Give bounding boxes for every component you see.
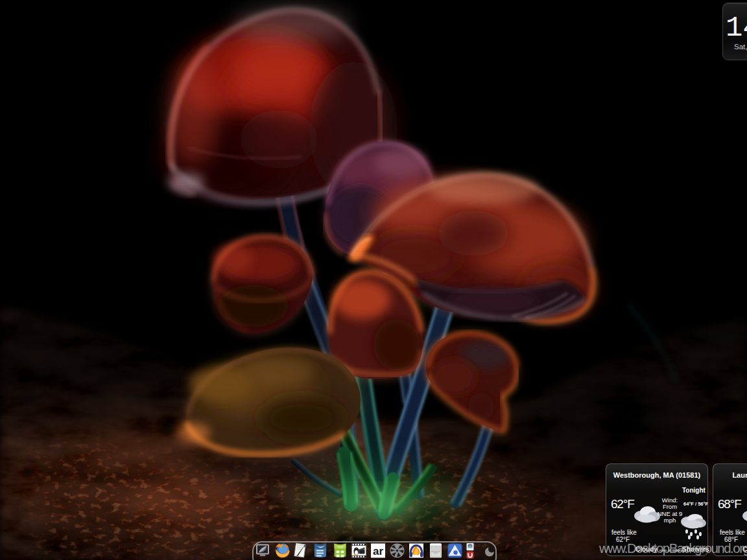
svg-text:ar: ar <box>373 545 383 557</box>
